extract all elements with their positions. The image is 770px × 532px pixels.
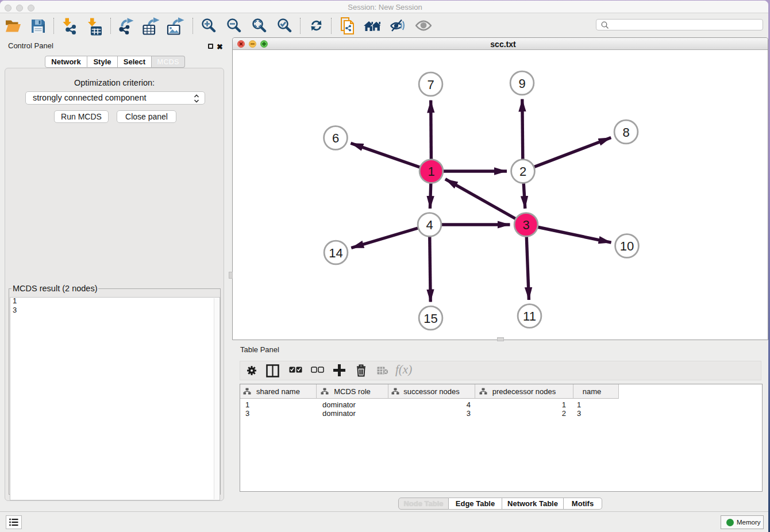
svg-text:11: 11 bbox=[523, 309, 536, 323]
svg-text:14: 14 bbox=[329, 246, 342, 260]
svg-text:2: 2 bbox=[519, 164, 526, 179]
svg-text:7: 7 bbox=[427, 78, 434, 92]
svg-text:10: 10 bbox=[620, 239, 634, 253]
svg-text:9: 9 bbox=[518, 76, 525, 91]
svg-text:15: 15 bbox=[424, 311, 437, 326]
svg-text:1: 1 bbox=[428, 164, 434, 179]
svg-text:6: 6 bbox=[332, 131, 339, 145]
svg-text:3: 3 bbox=[522, 218, 529, 232]
svg-text:4: 4 bbox=[426, 218, 433, 232]
svg-text:8: 8 bbox=[622, 125, 629, 140]
